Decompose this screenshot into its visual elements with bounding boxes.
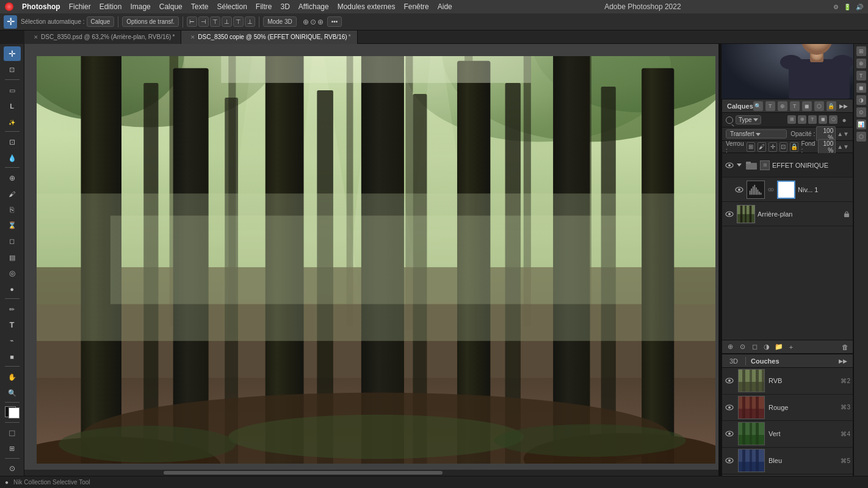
menu-3d[interactable]: 3D [281, 2, 290, 11]
lasso-btn[interactable] [4, 98, 21, 113]
align-bottom-icon[interactable]: ⊥ [245, 16, 255, 27]
filter-smart-btn[interactable]: ⬡ [829, 115, 837, 124]
couche-eye-vert[interactable] [725, 429, 734, 439]
couche-eye-rvb[interactable] [725, 376, 734, 386]
layer-eye-niveaux[interactable] [734, 185, 744, 195]
calques-smartobj-btn[interactable]: ⬡ [814, 101, 824, 111]
link-layers-btn[interactable]: ⊕ [725, 342, 736, 353]
lock-pixels-btn[interactable]: 🖌 [758, 142, 766, 152]
tab-1[interactable]: ✕ DSC_8350.psd @ 63,2% (Arrière-plan, RV… [24, 30, 181, 44]
menu-fenetre[interactable]: Fenêtre [403, 2, 429, 11]
3d-label[interactable]: 3D [727, 356, 740, 366]
channel-bleu[interactable]: Bleu ⌘5 [722, 448, 853, 474]
rt-btn-5[interactable]: ◑ [856, 95, 866, 105]
lock-transparent-btn[interactable]: ⊞ [747, 142, 755, 152]
extras-btn[interactable]: ⊙ [4, 461, 21, 476]
calques-adjust-btn[interactable]: ⊕ [778, 101, 787, 111]
clone-btn[interactable] [4, 202, 21, 217]
burn-btn[interactable] [4, 281, 21, 296]
more-options-btn[interactable]: ••• [327, 16, 342, 27]
align-left-icon[interactable]: ⊢ [187, 16, 197, 27]
menu-image[interactable]: Image [130, 2, 150, 11]
filter-type-btn[interactable]: T [808, 115, 817, 124]
calques-filter-btn[interactable]: T [765, 101, 775, 111]
shape-btn[interactable] [4, 349, 21, 364]
rt-btn-7[interactable]: 📊 [856, 120, 866, 129]
extra-icon-3[interactable]: ⊕ [317, 18, 324, 26]
pen-btn[interactable] [4, 301, 21, 316]
align-center-h-icon[interactable]: ⊣ [198, 16, 209, 27]
menu-selection[interactable]: Sélection [217, 2, 247, 11]
history-btn[interactable]: ⌛ [4, 218, 21, 232]
rt-btn-6[interactable]: ⊙ [856, 107, 866, 117]
align-center-v-icon[interactable]: ⊤ [233, 16, 244, 27]
align-right-icon[interactable]: ⊤ [210, 16, 220, 27]
calques-lock-btn2[interactable]: 🔒 [826, 101, 836, 111]
tab-2-close[interactable]: ✕ [190, 34, 195, 40]
rt-btn-2[interactable]: ⊕ [856, 59, 866, 68]
calques-collapse-btn[interactable]: ▶▶ [839, 101, 848, 111]
move-tool-btn[interactable] [4, 46, 21, 61]
text-btn[interactable] [4, 317, 21, 332]
layer-item-niveaux[interactable]: Niv... 1 [722, 178, 853, 202]
mask-btn[interactable]: ◻ [4, 425, 21, 440]
mode-3d-btn[interactable]: Mode 3D [263, 16, 297, 27]
filter-pixel-btn[interactable]: ⊞ [787, 115, 796, 124]
filter-adj-btn[interactable]: ⊕ [798, 115, 806, 124]
filter-shape-btn[interactable]: ◼ [819, 115, 827, 124]
new-fill-btn[interactable]: ◑ [761, 342, 772, 353]
fond-value[interactable]: 100 % [818, 139, 836, 155]
add-mask-btn[interactable]: ◻ [749, 342, 760, 353]
rt-btn-1[interactable]: ⊞ [856, 46, 866, 56]
menu-affichage[interactable]: Affichage [298, 2, 329, 11]
magic-wand-btn[interactable] [4, 114, 21, 129]
menu-filtre[interactable]: Filtre [256, 2, 272, 11]
background-color[interactable] [9, 407, 20, 418]
calques-search-btn[interactable]: 🔍 [753, 101, 763, 111]
eraser-btn[interactable]: ◻ [4, 234, 21, 248]
add-effect-btn[interactable]: ⊙ [737, 342, 748, 353]
options-transf-btn[interactable]: Options de transf. [122, 16, 179, 27]
heal-btn[interactable] [4, 170, 21, 185]
rt-btn-8[interactable]: ⬡ [856, 132, 866, 142]
channel-vert[interactable]: Vert ⌘4 [722, 421, 853, 448]
layer-item-effet-onirique[interactable]: ⊞ EFFET ONIRIQUE [722, 153, 853, 178]
opacity-stepper[interactable]: ▲▼ [837, 131, 849, 137]
lock-all-btn[interactable]: 🔒 [790, 142, 798, 152]
delete-layer-btn[interactable]: 🗑 [839, 342, 850, 353]
tab-1-close[interactable]: ✕ [34, 34, 38, 40]
blur-btn[interactable] [4, 265, 21, 280]
calques-text-btn[interactable]: T [790, 101, 800, 111]
hand-btn[interactable] [4, 369, 21, 384]
calques-shape-btn[interactable]: ◼ [802, 101, 812, 111]
path-btn[interactable]: ⌁ [4, 333, 21, 348]
move-tool-icon[interactable]: ✛ [4, 15, 17, 29]
rect-select-btn[interactable] [4, 82, 21, 97]
grad-btn[interactable] [4, 249, 21, 264]
menu-calque[interactable]: Calque [159, 2, 183, 11]
menu-modules[interactable]: Modules externes [338, 2, 396, 11]
rt-btn-3[interactable]: T [856, 71, 866, 81]
couches-collapse-btn[interactable]: ▶▶ [838, 356, 848, 366]
rt-btn-4[interactable]: ◼ [856, 83, 866, 93]
menu-edition[interactable]: Edition [99, 2, 122, 11]
eyedrop-btn[interactable] [4, 150, 21, 165]
zoom-btn[interactable] [4, 385, 21, 400]
layer-item-background[interactable]: Arrière-plan [722, 202, 853, 226]
new-layer-btn[interactable]: + [786, 342, 797, 353]
extra-icon-2[interactable]: ⊙ [310, 18, 316, 26]
menu-texte[interactable]: Texte [191, 2, 209, 11]
couches-title[interactable]: Couches [751, 357, 779, 365]
channel-rvb[interactable]: RVB ⌘2 [722, 368, 853, 395]
menu-fichier[interactable]: Fichier [69, 2, 91, 11]
group-expand-arrow[interactable] [737, 163, 742, 167]
lock-artboard-btn[interactable]: ⊡ [779, 142, 788, 152]
crop-btn[interactable] [4, 134, 21, 149]
hscroll-thumb[interactable] [164, 471, 443, 475]
filter-toggle[interactable]: ● [839, 115, 849, 125]
canvas-container[interactable] [37, 56, 715, 464]
couche-eye-rouge[interactable] [725, 403, 734, 412]
extra-icon-1[interactable]: ⊕ [303, 18, 309, 26]
layer-eye-effet[interactable] [725, 160, 734, 170]
channel-rouge[interactable]: Rouge ⌘3 [722, 395, 853, 422]
